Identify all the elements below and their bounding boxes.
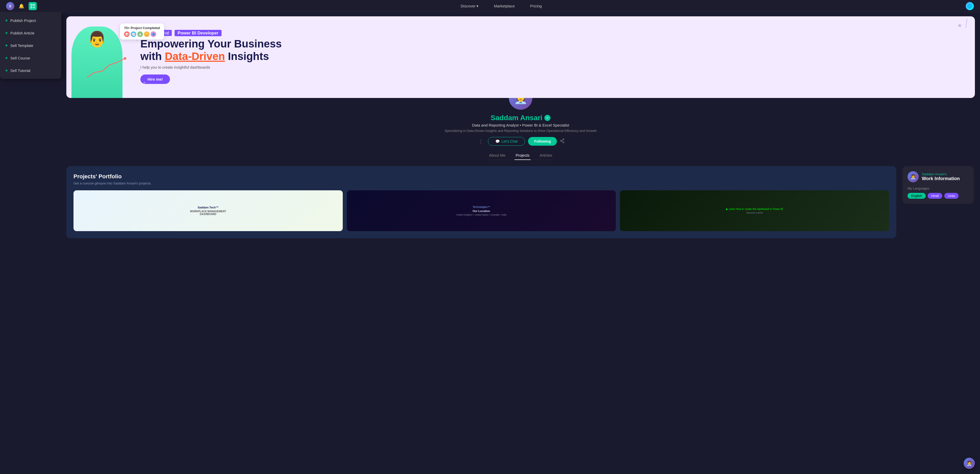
- chat-icon: 💬: [495, 139, 500, 143]
- work-info-section-title: Work Information: [922, 176, 960, 181]
- tab-projects[interactable]: Projects: [514, 151, 530, 160]
- project-3-tag: ▶ Learn How to create this dashboard in …: [726, 208, 783, 210]
- svg-rect-7: [34, 6, 35, 7]
- content-area: Projects' Portfolio Get a concise glimps…: [0, 160, 980, 244]
- deco-plus-4: +: [143, 80, 146, 86]
- work-info-person-name: Saddam Ansari's: [922, 172, 960, 176]
- svg-rect-9: [34, 7, 35, 8]
- badge-icon-5: 🔷: [151, 31, 156, 37]
- project-1-label: WORKPLACE MANAGEMENTDASHBOARD: [190, 210, 226, 216]
- project-badge: 70+ Project Completed 📊 📈 📋 💡 🔷: [120, 24, 164, 40]
- plus-icon: +: [5, 18, 8, 23]
- project-2-title: Our Location: [456, 210, 507, 213]
- svg-point-13: [560, 140, 562, 142]
- profile-name-row: Saddam Ansari ✓: [491, 114, 551, 122]
- nav-center: Discover ▾ Marketplace Pricing: [37, 4, 966, 8]
- nav-marketplace[interactable]: Marketplace: [494, 4, 515, 8]
- project-card-1-content: Saddam Tech™ WORKPLACE MANAGEMENTDASHBOA…: [73, 190, 343, 231]
- qr-icon[interactable]: [29, 2, 37, 10]
- plus-icon: +: [5, 30, 8, 36]
- profile-name-text: Saddam Ansari: [491, 114, 542, 122]
- nav-discover[interactable]: Discover ▾: [461, 4, 479, 8]
- project-card-2-content: Technologies™ Our Location United Kingdo…: [347, 190, 616, 231]
- nav-right: 🌐: [966, 2, 974, 10]
- badge-icon-1: 📊: [124, 31, 130, 37]
- project-card-2[interactable]: Technologies™ Our Location United Kingdo…: [347, 190, 616, 231]
- person-emoji: 👨: [88, 32, 107, 47]
- dropdown-publish-article[interactable]: + Publish Article: [0, 27, 61, 39]
- tab-about-me[interactable]: About Me: [488, 151, 506, 160]
- project-1-title: Saddam Tech™: [190, 206, 226, 209]
- lang-tag-english[interactable]: English: [907, 193, 926, 199]
- globe-icon[interactable]: 🌐: [966, 2, 974, 10]
- badge-icons: 📊 📈 📋 💡 🔷: [124, 31, 160, 37]
- project-card-1[interactable]: Saddam Tech™ WORKPLACE MANAGEMENTDASHBOA…: [73, 190, 343, 231]
- svg-point-11: [563, 139, 564, 140]
- svg-rect-8: [33, 7, 34, 8]
- deco-plus-3: +: [138, 67, 141, 73]
- notification-icon[interactable]: 🔔: [18, 2, 25, 10]
- profile-actions-row: ⋮ 💬 Let's Chat Following: [477, 137, 565, 146]
- svg-line-15: [562, 141, 563, 142]
- user-avatar[interactable]: S: [6, 2, 14, 10]
- following-button[interactable]: Following: [528, 137, 557, 146]
- chart-svg: [87, 57, 127, 83]
- svg-point-10: [124, 57, 126, 60]
- projects-grid: Saddam Tech™ WORKPLACE MANAGEMENTDASHBOA…: [73, 190, 889, 231]
- nav-left: S 🔔: [6, 2, 37, 10]
- project-3-subtitle: Discover a drink: [726, 212, 783, 214]
- banner-text-area: Professional Power BI Developer Empoweri…: [133, 23, 975, 92]
- dropdown-sell-template[interactable]: + Sell Template: [0, 39, 61, 52]
- dropdown-publish-project[interactable]: + Publish Project: [0, 14, 61, 27]
- svg-point-12: [563, 142, 564, 143]
- plus-icon: +: [5, 68, 8, 73]
- more-options-button[interactable]: ⋮: [477, 137, 485, 146]
- badge-icon-3: 📋: [137, 31, 143, 37]
- profile-tabs: About Me Projects Articles: [488, 151, 553, 160]
- project-card-3-content: ▶ Learn How to create this dashboard in …: [620, 190, 889, 231]
- svg-rect-6: [33, 6, 34, 7]
- project-card-2-inner: Technologies™ Our Location United Kingdo…: [347, 190, 616, 231]
- dropdown-menu: + Publish Project + Publish Article + Se…: [0, 12, 61, 79]
- svg-line-14: [562, 140, 563, 141]
- lang-tag-urdu[interactable]: Urdu: [944, 193, 959, 199]
- languages-label: My Languages: [907, 186, 969, 190]
- banner-subtitle-highlight: Power BI Developer: [175, 30, 221, 36]
- dropdown-sell-tutorial[interactable]: + Sell Tutorial: [0, 64, 61, 77]
- work-info-card: 🧑‍💼 Saddam Ansari's Work Information My …: [902, 166, 974, 204]
- work-info-title-group: Saddam Ansari's Work Information: [922, 172, 960, 181]
- svg-rect-5: [31, 7, 32, 8]
- project-card-3[interactable]: ▶ Learn How to create this dashboard in …: [620, 190, 889, 231]
- share-button[interactable]: [560, 138, 565, 145]
- banner-section: + + + + 👨 70+ Project Completed 📊: [0, 12, 980, 98]
- banner-description: I help you to create insightful dashboar…: [140, 65, 967, 69]
- lets-chat-button[interactable]: 💬 Let's Chat: [488, 137, 525, 146]
- language-tags: English Hindi Urdu: [907, 193, 969, 199]
- banner-title: Empowering Your Business with Data-Drive…: [140, 38, 967, 62]
- project-2-subtitle: United Kingdom • United States • Austral…: [456, 213, 507, 216]
- profile-description-text: Specializing in Data-Driven Insights and…: [445, 129, 597, 133]
- main-content: + + + + 👨 70+ Project Completed 📊: [0, 12, 980, 244]
- plus-icon: +: [5, 56, 8, 61]
- projects-portfolio-section: Projects' Portfolio Get a concise glimps…: [66, 166, 896, 238]
- svg-rect-4: [34, 5, 34, 5]
- work-info-avatar: 🧑‍💼: [907, 171, 919, 182]
- dropdown-sell-course[interactable]: + Sell Course: [0, 52, 61, 64]
- share-icon: [560, 138, 565, 143]
- badge-text: 70+ Project Completed: [124, 26, 160, 30]
- nav-pricing[interactable]: Pricing: [530, 4, 542, 8]
- lang-tag-hindi[interactable]: Hindi: [928, 193, 942, 199]
- tab-articles[interactable]: Articles: [539, 151, 553, 160]
- profile-banner: + + + + 👨 70+ Project Completed 📊: [66, 16, 975, 98]
- work-info-header: 🧑‍💼 Saddam Ansari's Work Information: [907, 171, 969, 182]
- projects-subtitle: Get a concise glimpse into Saddam Ansari…: [73, 181, 889, 185]
- svg-rect-3: [31, 5, 32, 5]
- banner-highlight: Data-Driven: [165, 50, 225, 62]
- sidebar-info: 🧑‍💼 Saddam Ansari's Work Information My …: [902, 166, 974, 238]
- bottom-user-avatar[interactable]: 🧑‍💼: [964, 458, 975, 469]
- top-navigation: S 🔔 Discover ▾ Marketplace: [0, 0, 980, 12]
- projects-title: Projects' Portfolio: [73, 173, 889, 180]
- project-card-1-inner: Saddam Tech™ WORKPLACE MANAGEMENTDASHBOA…: [73, 190, 343, 231]
- plus-icon: +: [5, 43, 8, 48]
- banner-subtitle: Professional Power BI Developer: [140, 30, 967, 36]
